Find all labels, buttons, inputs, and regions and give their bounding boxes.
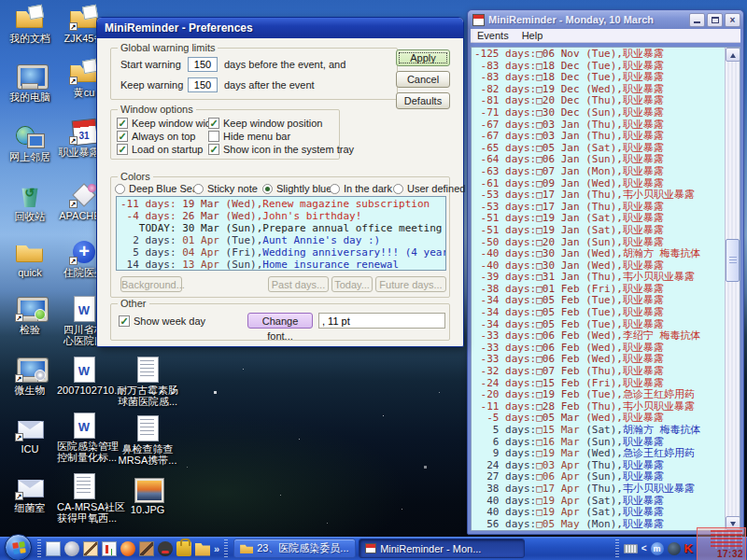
media-tray-icon[interactable]: m [651,542,664,555]
background-button[interactable]: Background... [120,276,182,292]
desktop-icon-xijunshi[interactable]: 细菌室 [4,474,56,513]
preferences-titlebar[interactable]: MiniReminder - Preferences [97,18,463,38]
checkbox-box: ✓ [208,144,219,155]
radio-label: User defined [407,183,465,194]
change-font-button[interactable]: Change font... [247,313,313,329]
desktop-icon-label: 我的文档 [4,33,56,44]
watermark-stamp: 17:32 [697,527,746,560]
desktop-icon-doc-2007102710[interactable]: W2007102710... [57,357,111,396]
folder-icon[interactable] [195,541,210,556]
show-week-day-label: Show week day [134,315,205,327]
desktop-icon-label: 微生物 [4,385,56,396]
globe-tray-icon[interactable] [668,542,681,555]
radio-deep-blue-sea[interactable]: Deep Blue Sea [115,183,198,194]
desktop-icon-bijiancha-doc[interactable]: 鼻检查筛查MRSA携带... [116,415,179,466]
start-button[interactable] [5,534,32,560]
writer-icon[interactable] [139,541,154,556]
checkbox-keep-window-position[interactable]: ✓Keep window position [208,118,322,129]
group-global-warning-limits: Global warning limits Start warning days… [110,48,398,100]
checkbox-keep-window-width[interactable]: ✓Keep window width [117,118,219,129]
checkbox-always-on-top[interactable]: ✓Always on top [117,131,195,142]
taskbar-button-minireminder[interactable]: MiniReminder - Mon... [359,539,525,558]
shortcut-arrow-icon [15,492,23,500]
lock-icon[interactable] [176,541,191,556]
radio-slightly-blue[interactable]: Slightly blue [262,183,331,194]
minireminder-app-icon [472,14,485,26]
photo-viewer-icon[interactable] [46,541,61,556]
past-days-button[interactable]: Past days... [268,276,329,292]
desktop-icon-naiwangu-doc[interactable]: 耐万古霉素肠球菌医院感... [116,357,179,407]
taskbar-button-folder-window[interactable]: 23、医院感染委员... [233,539,356,558]
radio-label: Sticky note [207,183,258,194]
desktop-icon-network-places[interactable]: 网上邻居 [4,123,56,162]
shortcut-arrow-icon [69,77,78,85]
scroll-up-button[interactable] [726,48,740,62]
chart-app-icon[interactable] [102,541,117,556]
media-player-icon[interactable] [64,541,79,556]
desktop-icon-quick[interactable]: quick [4,239,56,278]
preview-row: 2 days: 01 Apr (Tue),Aunt Annie's day :) [120,234,445,246]
maximize-button[interactable] [707,13,723,27]
text-icon [132,415,163,441]
taskband-handle[interactable] [224,539,228,557]
desktop-icon-jianyan[interactable]: 检验 [4,296,56,335]
image-icon [132,476,163,502]
apply-button[interactable]: Apply [396,49,450,66]
collapse-tray-icon[interactable]: < [641,543,647,553]
desktop-icon-my-computer[interactable]: 我的电脑 [4,63,56,103]
desktop-icon-weishengwu[interactable]: 微生物 [4,357,56,396]
future-days-button[interactable]: Future days... [375,276,446,292]
mail-icon [14,474,46,500]
word-icon: W [68,357,100,383]
cancel-button[interactable]: Cancel [396,71,450,88]
desktop-icon-yiyuan-ganran-doc[interactable]: W医院感染管理控制量化标... [57,413,111,463]
checkbox-label: Hide menu bar [223,131,290,142]
text-icon [132,357,163,383]
desktop-icon-my-documents[interactable]: 我的文档 [4,5,56,44]
scrollbar-thumb[interactable] [726,239,740,282]
folder-icon [240,543,253,553]
folderdocs-icon [68,59,100,85]
task-buttons: 23、医院感染委员...MiniReminder - Mon... [231,539,525,558]
firefox-icon[interactable] [120,541,135,556]
shortcut-arrow-icon [69,22,78,31]
defaults-button[interactable]: Defaults [396,92,450,109]
menu-events[interactable]: Events [471,30,515,41]
checkbox-load-on-startup[interactable]: ✓Load on startup [117,144,203,155]
checkbox-hide-menu-bar[interactable]: Hide menu bar [208,131,290,142]
text-icon [68,473,100,499]
reminder-list: -125 days:□06 Nov (Tue),职业暴露 -83 days:□1… [474,49,724,530]
qq-icon[interactable] [158,541,173,556]
show-week-day-checkbox[interactable]: ✓ Show week day [119,315,205,327]
checkbox-box: ✓ [117,118,128,129]
desktop-icon-ca-mrsa-doc[interactable]: CA-MRSA社区获得甲氧西... [57,473,111,524]
desktop-icon-recycle-bin[interactable]: 回收站 [4,183,56,222]
radio-in-the-dark[interactable]: In the dark [330,183,392,194]
quicklaunch-handle[interactable] [37,539,41,557]
radio-sticky-note[interactable]: Sticky note [193,183,258,194]
keyboard-tray-icon[interactable] [624,544,638,553]
kmplayer-tray-icon[interactable]: K [684,541,693,555]
keep-warning-input[interactable] [188,77,218,92]
close-icon: × [726,14,740,26]
desktop-icon-jpg-10[interactable]: 10.JPG [116,476,179,515]
desktop-icon-icu[interactable]: ICU [4,415,56,455]
checkbox-show-icon-in-system-tray[interactable]: ✓Show icon in the system tray [208,144,354,155]
font-value-field[interactable] [318,313,445,329]
close-button[interactable]: × [725,13,740,27]
today-button[interactable]: Today... [331,276,373,292]
menu-help[interactable]: Help [515,30,550,41]
minireminder-titlebar[interactable]: MiniReminder - Monday, 10 March × [468,10,743,29]
reminder-row[interactable]: 56 days:□05 May (Mon),职业暴露 [474,519,724,530]
tray-handle[interactable] [615,539,619,557]
minical-icon [365,543,376,553]
desktop-icon-label: 回收站 [4,211,56,222]
minimize-button[interactable] [689,13,705,27]
start-warning-input[interactable] [188,57,218,72]
radio-user-defined[interactable]: User defined [393,183,465,194]
pen-tool-icon[interactable] [83,541,98,556]
vertical-scrollbar[interactable] [725,48,740,530]
quicklaunch-overflow-chevron[interactable]: » [214,543,219,554]
preview-row: TODAY: 30 Mar (Sun),Prepare annual offic… [120,222,445,234]
preview-row: 14 days: 13 Apr (Sun),Home insurance ren… [120,259,445,271]
